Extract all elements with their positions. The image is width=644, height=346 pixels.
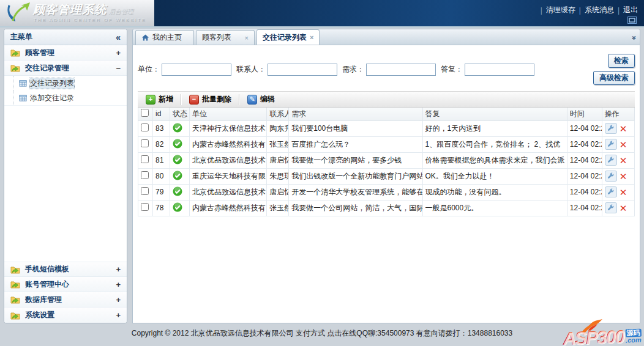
row-checkbox[interactable] <box>141 139 149 147</box>
header-reply: 答复 <box>422 108 567 120</box>
tab-overflow-icon[interactable]: « <box>630 36 638 40</box>
cell-reply: 好的，1天内送到 <box>422 120 567 136</box>
cell-id: 79 <box>153 184 170 200</box>
monitor-icon[interactable] <box>627 17 637 24</box>
row-checkbox[interactable] <box>141 187 149 195</box>
status-ok-icon <box>173 139 182 149</box>
edit-row-button[interactable] <box>605 123 617 134</box>
cell-contact: 陶东升 <box>267 120 289 136</box>
edit-row-button[interactable] <box>605 202 617 213</box>
status-ok-icon <box>173 155 182 164</box>
batch-delete-button[interactable]: − 批量删除 <box>184 92 237 107</box>
app-title: 顾客管理系统 <box>33 3 107 16</box>
home-icon <box>141 34 149 42</box>
status-ok-icon <box>173 171 182 180</box>
edit-row-button[interactable] <box>605 171 617 182</box>
cell-reply: 价格需要根据您的具体需求来定，我们会派 <box>422 152 567 168</box>
cell-need: 我要做一个漂亮的网站，要多少钱 <box>289 152 422 168</box>
table-icon <box>19 94 27 102</box>
delete-row-icon[interactable]: ✕ <box>620 140 627 149</box>
search-button[interactable]: 检索 <box>608 54 635 68</box>
table-toolbar: + 新增 − 批量删除 ✎ 编辑 <box>138 91 635 108</box>
delete-row-icon[interactable]: ✕ <box>620 124 627 133</box>
delete-row-icon[interactable]: ✕ <box>620 172 627 181</box>
clear-cache-link[interactable]: 清理缓存 <box>546 5 575 15</box>
tab-label: 我的主页 <box>152 32 182 43</box>
cell-contact: 张玉然 <box>267 136 289 152</box>
delete-row-icon[interactable]: ✕ <box>620 204 627 213</box>
cell-contact: 唐启忆 <box>267 152 289 168</box>
header-contact: 联系人 <box>267 108 289 120</box>
reply-input[interactable] <box>465 64 534 76</box>
status-ok-icon <box>173 186 182 196</box>
expand-icon[interactable]: + <box>116 265 121 274</box>
sidebar-item-system-settings[interactable]: 系统设置 + <box>4 307 127 323</box>
cell-id: 83 <box>153 120 170 136</box>
collapse-section-icon[interactable]: − <box>116 64 121 73</box>
sidebar-item-label: 手机短信模板 <box>25 264 69 274</box>
sidebar-title: 主菜单 <box>10 32 32 42</box>
contact-input[interactable] <box>268 64 337 76</box>
app-subtitle: 后台管理 <box>108 8 133 15</box>
sidebar-item-label: 交往记录管理 <box>25 63 69 73</box>
table-row: 79 北京优品致远信息技术 唐启忆 开发一个清华大学校友管理系统，能够在线挂 现… <box>138 184 635 200</box>
wrench-icon <box>607 156 615 164</box>
edit-icon: ✎ <box>247 95 257 105</box>
row-checkbox[interactable] <box>141 203 149 211</box>
cell-need: 我们要100台电脑 <box>289 120 422 136</box>
app-header: 顾客管理系统 后台管理 THE ADMIN CENTER OF WEBSITE … <box>0 0 644 28</box>
contact-label: 联系人： <box>236 64 266 75</box>
folder-icon <box>10 279 20 289</box>
reply-label: 答复： <box>441 64 463 75</box>
sidebar-item-database-mgmt[interactable]: 数据库管理 + <box>4 292 127 307</box>
edit-button[interactable]: ✎ 编辑 <box>242 92 280 107</box>
sidebar-item-account-center[interactable]: 账号管理中心 + <box>4 277 127 292</box>
cell-contact: 张玉然 <box>267 200 289 216</box>
advanced-search-button[interactable]: 高级检索 <box>593 71 635 85</box>
tab-close-icon[interactable]: × <box>310 34 313 41</box>
table-row: 80 重庆运华天地科技有限 朱思琪 我们出钱改版一个全新功能教育门户网站。引 O… <box>138 168 635 184</box>
row-checkbox[interactable] <box>141 123 149 131</box>
sidebar-item-sms-template[interactable]: 手机短信模板 + <box>4 262 127 277</box>
cell-id: 81 <box>153 152 170 168</box>
tab-customer-list[interactable]: 顾客列表 × <box>196 30 255 45</box>
records-table: id 状态 单位 联系人 需求 答复 时间 操作 83 <box>138 108 635 216</box>
tab-my-homepage[interactable]: 我的主页 <box>135 30 194 45</box>
tab-label: 交往记录列表 <box>263 32 307 43</box>
row-checkbox[interactable] <box>141 171 149 179</box>
expand-icon[interactable]: + <box>116 311 121 320</box>
system-message-link[interactable]: 系统消息 <box>585 5 614 15</box>
edit-row-button[interactable] <box>605 155 617 166</box>
select-all-checkbox[interactable] <box>141 109 149 117</box>
cell-contact: 朱思琪 <box>267 168 289 184</box>
sidebar-subitem-contact-record-list[interactable]: 交往记录列表 <box>4 76 127 90</box>
sidebar-collapse-icon[interactable]: « <box>116 32 121 42</box>
sidebar-item-customer-mgmt[interactable]: 顾客管理 + <box>4 45 127 61</box>
expand-icon[interactable]: + <box>116 48 121 57</box>
expand-icon[interactable]: + <box>116 295 121 304</box>
wrench-icon <box>607 188 615 196</box>
cell-reply: 现成的功能，没有问题。 <box>422 184 567 200</box>
need-label: 需求： <box>342 64 364 75</box>
company-input[interactable] <box>162 64 231 76</box>
wrench-icon <box>607 172 615 180</box>
cell-time: 12-04 02:2 <box>567 136 602 152</box>
tab-contact-record-list[interactable]: 交往记录列表 × <box>256 29 320 45</box>
add-button[interactable]: + 新增 <box>140 92 179 107</box>
edit-row-button[interactable] <box>605 186 617 197</box>
tab-label: 顾客列表 <box>202 32 231 43</box>
logout-link[interactable]: 退出 <box>623 5 638 15</box>
sidebar-subitem-add-contact-record[interactable]: 添加交往记录 <box>4 90 127 105</box>
tab-close-icon[interactable]: × <box>245 34 249 42</box>
cell-company: 内蒙古赤峰然然科技有 <box>190 200 267 216</box>
expand-icon[interactable]: + <box>116 280 121 289</box>
table-row: 78 内蒙古赤峰然然科技有 张玉然 我要做一个公司网站，简洁，大气，国际化 一般… <box>138 200 635 216</box>
delete-row-icon[interactable]: ✕ <box>620 156 627 165</box>
sidebar-item-contact-record-mgmt[interactable]: 交往记录管理 − <box>4 61 127 76</box>
edit-row-button[interactable] <box>605 139 617 150</box>
need-input[interactable] <box>366 64 436 76</box>
delete-row-icon[interactable]: ✕ <box>620 188 627 197</box>
table-icon <box>19 79 27 87</box>
row-checkbox[interactable] <box>141 155 149 163</box>
cell-company: 重庆运华天地科技有限 <box>190 168 267 184</box>
